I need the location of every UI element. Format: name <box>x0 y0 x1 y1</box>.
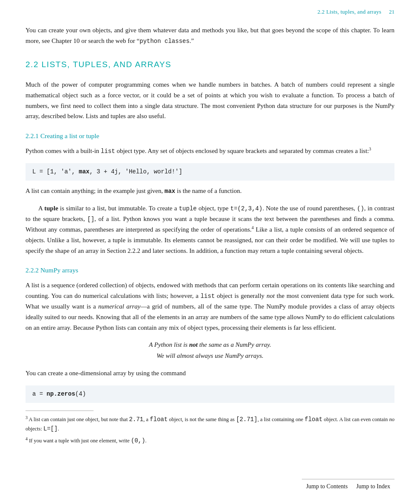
intro-code: python classes <box>139 38 190 45</box>
page-header: 2.2 Lists, tuples, and arrays 21 <box>0 0 420 21</box>
main-content: You can create your own objects, and giv… <box>0 21 420 456</box>
centered-text-end: the same as a NumPy array. <box>198 341 271 348</box>
para2-text: You can create a one-dimensional array b… <box>26 370 186 377</box>
code-1-normal-2: , <box>71 168 79 175</box>
intro-text-start: You can create your own objects, and giv… <box>26 27 394 44</box>
code-block-1: L = [1, 'a', max, 3 + 4j, 'Hello, world!… <box>26 163 394 181</box>
footnote-ref-4: 4 <box>252 225 254 230</box>
centered-text-start: A Python list is <box>149 341 189 348</box>
section-2-2-1-heading: 2.2.1 Creating a list or tuple <box>26 131 394 142</box>
t-code: t=(2,3,4) <box>230 205 263 212</box>
footnote-divider <box>26 411 94 411</box>
code-2-paren: (4) <box>75 391 86 397</box>
not-bold-italic: not <box>189 341 198 348</box>
centered-line-2: We will almost always use NumPy arrays. <box>51 351 369 362</box>
code-2-normal: a = <box>32 391 47 397</box>
max-bold: max <box>165 188 175 195</box>
fn3-code2: float <box>150 416 167 423</box>
fn3-code4: float <box>305 416 323 423</box>
footnote-4: 4 If you want a tuple with just one elem… <box>26 436 394 446</box>
section-2-2-2-para2: You can create a one-dimensional array b… <box>26 368 394 379</box>
code-1-normal-3: , 3 + 4j, <box>89 168 125 175</box>
fn3-italic: no <box>389 416 394 422</box>
header-page-number: 21 <box>389 8 394 17</box>
list-code: list <box>101 148 115 155</box>
section-2-2-1-para1: Python comes with a built-in list object… <box>26 146 394 156</box>
code-2-keyword: np.zeros <box>47 391 75 397</box>
code-1-string-2: 'Hello, world!' <box>125 168 179 175</box>
tuple-code: tuple <box>179 205 197 212</box>
footnote-3: 3 A list can contain just one object, bu… <box>26 414 394 434</box>
code-1-string-1: 'a' <box>61 168 71 175</box>
section-2-2-1-para2: A list can contain anything; in the exam… <box>26 186 394 196</box>
para1-text-start: Python comes with a built-in list object… <box>26 147 371 154</box>
section-2-2-2-heading: 2.2.2 NumPy arrays <box>26 265 394 276</box>
list-code-2: list <box>201 293 215 300</box>
centered-italic-block: A Python list is not the same as a NumPy… <box>51 340 369 361</box>
header-section-label: 2.2 Lists, tuples, and arrays <box>318 8 381 17</box>
fn4-code: (0,) <box>131 437 145 444</box>
fn4-num: 4 <box>26 436 28 441</box>
intro-paragraph: You can create your own objects, and giv… <box>26 25 394 46</box>
centered-line-1: A Python list is not the same as a NumPy… <box>51 340 369 351</box>
section-2-2-1-para3: A tuple is similar to a list, but immuta… <box>26 203 394 256</box>
page-footer: Jump to Contents Jump to Index <box>302 479 394 491</box>
fn3-code1: 2.71 <box>129 416 144 423</box>
not-italic: not <box>267 292 275 299</box>
fn3-num: 3 <box>26 415 28 420</box>
code-1-normal-1: L = [1, <box>32 168 61 175</box>
jump-to-index-link[interactable]: Jump to Index <box>352 482 394 491</box>
section-2-2-body: Much of the power of computer programmin… <box>26 79 394 122</box>
page-container: 2.2 Lists, tuples, and arrays 21 You can… <box>0 0 420 504</box>
footnotes: 3 A list can contain just one object, bu… <box>26 414 394 445</box>
fn3-code3: [2.71] <box>236 416 257 423</box>
jump-to-contents-link[interactable]: Jump to Contents <box>302 482 352 491</box>
code-1-normal-4: ] <box>179 168 182 175</box>
code-block-2: a = np.zeros(4) <box>26 385 394 403</box>
bracket-code: [] <box>87 216 94 223</box>
numerical-array-italic: numerical array <box>98 303 140 310</box>
section-2-2-2-para1: A list is a sequence (ordered collection… <box>26 280 394 333</box>
section-2-2-heading: 2.2 LISTS, TUPLES, AND ARRAYS <box>26 58 394 73</box>
fn3-code5: L=[] <box>43 425 58 432</box>
footnote-ref-3: 3 <box>369 147 371 151</box>
tuple-bold: tuple <box>44 205 58 212</box>
code-1-keyword-max: max <box>79 168 89 175</box>
paren-code: () <box>357 205 364 212</box>
